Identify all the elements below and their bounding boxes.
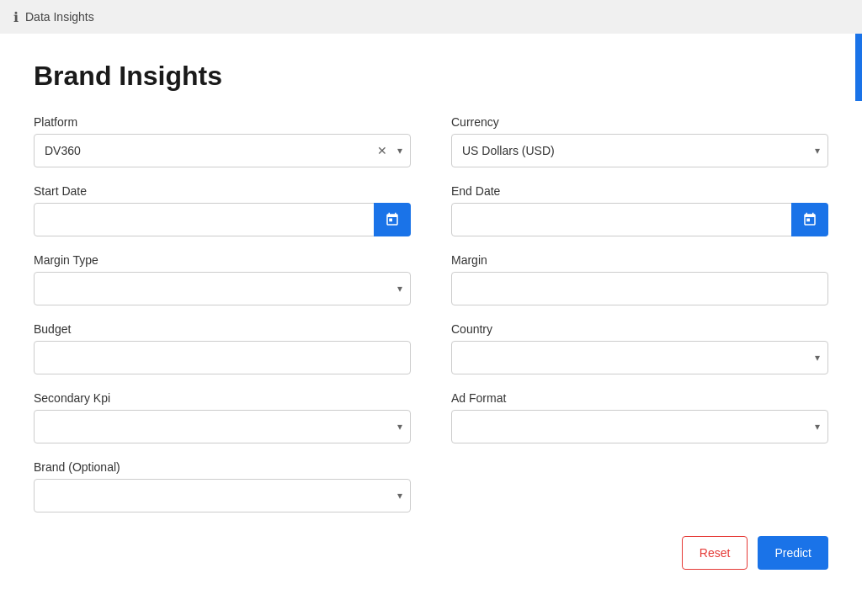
platform-input[interactable] (34, 134, 411, 167)
platform-clear-button[interactable]: ✕ (377, 144, 387, 157)
ad-format-label: Ad Format (451, 391, 828, 405)
end-date-calendar-button[interactable] (791, 203, 828, 236)
margin-input[interactable] (451, 272, 828, 305)
platform-label: Platform (34, 115, 411, 129)
reset-button[interactable]: Reset (682, 536, 748, 570)
platform-input-wrapper: ✕ ▾ (34, 134, 411, 167)
end-date-label: End Date (451, 184, 828, 198)
country-select[interactable] (451, 341, 828, 374)
budget-input[interactable] (34, 341, 411, 374)
start-date-calendar-button[interactable] (374, 203, 411, 236)
margin-field: Margin (451, 253, 828, 305)
ad-format-select[interactable] (451, 410, 828, 443)
end-date-input-wrapper (451, 203, 828, 236)
secondary-kpi-field: Secondary Kpi ▾ (34, 391, 411, 443)
margin-input-wrapper (451, 272, 828, 305)
main-container: Brand Insights Platform ✕ ▾ Currency US … (0, 34, 862, 616)
page-title: Brand Insights (34, 61, 828, 92)
start-date-field: Start Date (34, 184, 411, 236)
country-label: Country (451, 322, 828, 336)
secondary-kpi-label: Secondary Kpi (34, 391, 411, 405)
margin-type-field: Margin Type ▾ (34, 253, 411, 305)
currency-label: Currency (451, 115, 828, 129)
currency-select[interactable]: US Dollars (USD) (451, 134, 828, 167)
margin-label: Margin (451, 253, 828, 267)
budget-input-wrapper (34, 341, 411, 374)
side-accent (855, 34, 862, 101)
start-date-input[interactable] (34, 203, 411, 236)
top-bar: ℹ Data Insights (0, 0, 862, 34)
calendar-icon (385, 212, 400, 227)
currency-input-wrapper: US Dollars (USD) ▾ (451, 134, 828, 167)
margin-type-label: Margin Type (34, 253, 411, 267)
margin-type-select[interactable] (34, 272, 411, 305)
brand-field: Brand (Optional) ▾ (34, 460, 411, 512)
brand-select[interactable] (34, 479, 411, 512)
end-date-input[interactable] (451, 203, 828, 236)
platform-field: Platform ✕ ▾ (34, 115, 411, 167)
margin-type-input-wrapper: ▾ (34, 272, 411, 305)
empty-placeholder (451, 460, 828, 512)
form-grid: Platform ✕ ▾ Currency US Dollars (USD) ▾… (34, 115, 828, 512)
secondary-kpi-input-wrapper: ▾ (34, 410, 411, 443)
budget-field: Budget (34, 322, 411, 374)
info-icon: ℹ (13, 9, 19, 25)
start-date-label: Start Date (34, 184, 411, 198)
start-date-input-wrapper (34, 203, 411, 236)
ad-format-input-wrapper: ▾ (451, 410, 828, 443)
top-bar-title: Data Insights (25, 10, 94, 24)
calendar-icon (802, 212, 817, 227)
ad-format-field: Ad Format ▾ (451, 391, 828, 443)
secondary-kpi-select[interactable] (34, 410, 411, 443)
actions-row: Reset Predict (34, 536, 828, 570)
end-date-field: End Date (451, 184, 828, 236)
brand-label: Brand (Optional) (34, 460, 411, 474)
predict-button[interactable]: Predict (758, 536, 828, 570)
currency-field: Currency US Dollars (USD) ▾ (451, 115, 828, 167)
country-input-wrapper: ▾ (451, 341, 828, 374)
country-field: Country ▾ (451, 322, 828, 374)
brand-input-wrapper: ▾ (34, 479, 411, 512)
budget-label: Budget (34, 322, 411, 336)
